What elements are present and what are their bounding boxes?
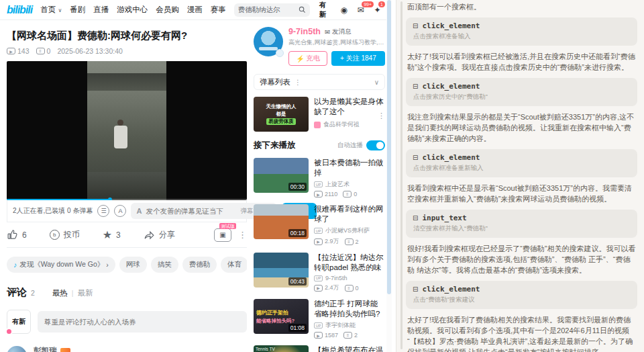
nav-user-area: 有新 ◉ ✉99+ ✦1 ☆ ◷ ⚲ ⬆: [319, 1, 392, 19]
danmaku-toggle-icon[interactable]: ☰: [97, 205, 109, 217]
chevron-down-icon[interactable]: ∨: [374, 79, 379, 86]
sort-hot-tab[interactable]: 最热: [52, 288, 68, 298]
search-icon[interactable]: [299, 6, 306, 13]
video-thumbnail[interactable]: Tennis TV 00:23: [254, 345, 309, 352]
send-message-link[interactable]: ✉发消息: [325, 28, 351, 36]
action-card[interactable]: ⊟click_element 点击“费德勒”搜索建议: [406, 281, 637, 309]
playlist-uploader[interactable]: 小泥鳅VS弗利萨: [325, 226, 370, 235]
search-box[interactable]: [234, 3, 310, 17]
log-text: 太好了!现在我看到了费德勒相关的搜索结果。我需要找到最新的费德勒视频。我可以看到…: [407, 314, 636, 352]
tag-funny[interactable]: 搞笑: [151, 257, 178, 273]
nav-game-center[interactable]: 游戏中心: [117, 5, 148, 15]
my-avatar[interactable]: 有新: [7, 310, 31, 334]
playlist-item[interactable]: Tennis TV 00:23 【梅总希望布布在温网赢阿卡或辛纳】布布压力山大 …: [254, 345, 385, 352]
uploader-name[interactable]: 9-7in5th: [288, 27, 321, 36]
ad-card[interactable]: 天生懒惰的人 都是 易疲劳体质 以为是懒其实是身体缺了这个 食品科学何祖 ⋮: [254, 97, 385, 132]
video-thumbnail[interactable]: 00:43: [254, 253, 309, 288]
action-icon: ⊟: [413, 285, 418, 293]
playlist-title[interactable]: 很难再看到这样的网球了: [314, 204, 385, 224]
uploader-avatar[interactable]: [254, 27, 283, 56]
envelope-icon: ✉: [325, 28, 330, 36]
playlist-uploader[interactable]: 9-7in5th: [325, 275, 347, 281]
playlist-title[interactable]: 【梅总希望布布在温网赢阿卡或辛纳】布布压力山大: [314, 345, 385, 352]
action-card[interactable]: ⊟click_element 点击搜索框准备输入: [406, 17, 637, 46]
nav-esports[interactable]: 赛事: [211, 5, 226, 15]
video-stats: ▶143 ≡0 2025-06-23 13:30:40: [7, 47, 247, 55]
music-tag[interactable]: ♪发现《Way down We Go》 ›: [7, 257, 115, 273]
play-icon: ▶: [314, 332, 323, 339]
action-row: 6 b 投币 ★ 3 分享 ▣测试版: [7, 222, 247, 248]
share-icon: [144, 229, 155, 240]
comment-item: 彭凯瑞 很讽刺的是,我五一期间在一个七线小城网上约球,一个武汉回来的大学生和我用…: [7, 346, 247, 352]
charge-button[interactable]: ⚡充电: [288, 51, 327, 66]
playlist-title[interactable]: 被日本费德勒一拍做掉: [314, 158, 385, 178]
nav-manga[interactable]: 漫画: [187, 5, 203, 15]
log-text: 面顶部有一个搜索框。: [407, 1, 636, 12]
nav-username[interactable]: 有新: [319, 1, 333, 19]
tag-tennis[interactable]: 网球: [119, 257, 147, 273]
nav-home[interactable]: 首页 ∨: [40, 5, 62, 15]
ad-more-icon[interactable]: ⋮: [378, 112, 385, 120]
dynamic-icon[interactable]: ✦1: [372, 5, 382, 15]
comment-author[interactable]: 彭凯瑞: [34, 346, 57, 352]
playlist-title[interactable]: 【拉法近况】纳达尔转职padel 熟悉的味道doge: [314, 253, 385, 273]
bilibili-logo[interactable]: bilibili: [7, 4, 32, 16]
autoplay-toggle[interactable]: [366, 140, 385, 150]
uploader-info: 9-7in5th ✉发消息 高光合集,网球鉴赏,网球练习教学,分... ⚡充电 …: [288, 27, 385, 66]
avatar-badge-icon: [5, 328, 13, 335]
playlist-item[interactable]: 00:18 很难再看到这样的网球了 UP小泥鳅VS弗利萨 ▶2.9万 ≡2: [254, 204, 385, 246]
left-page-scrollbar[interactable]: [386, 0, 392, 352]
danmaku-list-menu-icon[interactable]: ⋮: [294, 79, 301, 86]
playlist-item[interactable]: 00:43 【拉法近况】纳达尔转职padel 熟悉的味道doge UP9-7in…: [254, 253, 385, 292]
favorite-button[interactable]: ★ 3: [103, 230, 121, 240]
star-icon: ★: [103, 230, 112, 240]
vip-icon[interactable]: ◉: [339, 5, 349, 15]
danmaku-style-icon[interactable]: A: [136, 207, 142, 215]
scrollbar-thumb[interactable]: [387, 0, 391, 294]
nav-bangumi[interactable]: 番剧: [70, 5, 85, 15]
video-thumbnail[interactable]: 德约正手架拍 能省略掉拍头吗? 01:08: [254, 299, 309, 334]
video-thumbnail[interactable]: 00:18: [254, 204, 309, 239]
danmaku-icon: ≡: [345, 238, 354, 245]
action-label: input_text: [422, 214, 466, 222]
sort-new-tab[interactable]: 最新: [77, 288, 93, 298]
danmaku-settings-icon[interactable]: A: [114, 205, 126, 217]
more-icon[interactable]: ⋮: [238, 230, 247, 240]
ad-title[interactable]: 以为是懒其实是身体缺了这个: [314, 97, 385, 117]
playlist-item[interactable]: 00:30 被日本费德勒一拍做掉 UP上旋艺术 ▶2110 ≡0: [254, 158, 385, 197]
coin-icon: b: [50, 230, 60, 240]
ai-assistant-button[interactable]: ▣测试版: [214, 228, 231, 242]
nav-live[interactable]: 直播: [93, 5, 109, 15]
uploader-card: 9-7in5th ✉发消息 高光合集,网球鉴赏,网球练习教学,分... ⚡充电 …: [254, 27, 385, 66]
nav-vip-shop[interactable]: 会员购: [156, 5, 179, 15]
danmaku-list-panel[interactable]: 弹幕列表 ⋮ ∨: [254, 74, 385, 90]
video-thumbnail[interactable]: 00:30: [254, 158, 309, 193]
message-icon[interactable]: ✉99+: [356, 5, 366, 15]
commenter-avatar[interactable]: [7, 346, 27, 352]
tag-federer[interactable]: 费德勒: [182, 257, 217, 273]
share-button[interactable]: 分享: [144, 229, 175, 240]
like-button[interactable]: 6: [7, 229, 27, 240]
search-input[interactable]: [238, 6, 299, 14]
progress-knob[interactable]: [108, 197, 112, 200]
tag-sports[interactable]: 体育: [221, 257, 247, 273]
action-card[interactable]: ⊟click_element 点击搜索历史中的“费德勒”: [406, 78, 637, 106]
video-player[interactable]: [7, 61, 247, 200]
beta-badge: 测试版: [219, 223, 236, 229]
playlist-item[interactable]: 德约正手架拍 能省略掉拍头吗? 01:08 德约正手 打网球能省略掉拍头动作吗?…: [254, 299, 385, 339]
follow-button[interactable]: + 关注 1847: [331, 51, 385, 66]
playlist-uploader[interactable]: 李宇剑体能: [325, 321, 356, 330]
progress-fill: [7, 199, 110, 200]
danmaku-input[interactable]: [146, 207, 236, 215]
coin-button[interactable]: b 投币: [50, 229, 80, 240]
playlist-title[interactable]: 德约正手 打网球能省略掉拍头动作吗?: [314, 299, 385, 319]
playlist-uploader[interactable]: 上旋艺术: [325, 180, 350, 189]
action-card[interactable]: ⊟click_element 点击搜索框准备重新输入: [406, 149, 637, 177]
log-scrollbar[interactable]: [400, 1, 402, 349]
action-card[interactable]: ⊟input_text 清空搜索框并输入“费德勒”: [406, 210, 637, 238]
comment-input[interactable]: [44, 318, 240, 326]
ad-thumbnail[interactable]: 天生懒惰的人 都是 易疲劳体质: [254, 97, 309, 132]
comment-input-box[interactable]: [38, 311, 247, 333]
dynamic-badge: 1: [378, 1, 385, 7]
ad-thumb-text: 天生懒惰的人: [266, 103, 297, 110]
